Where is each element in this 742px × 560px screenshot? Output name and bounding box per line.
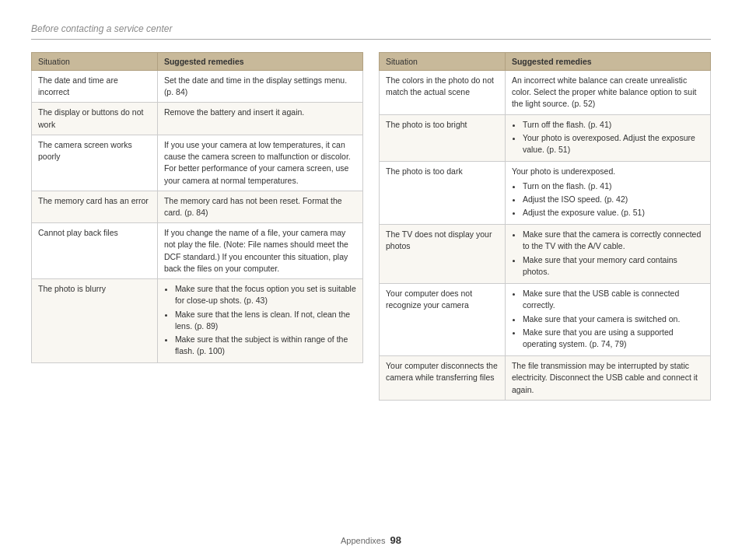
- situation-cell: The photo is blurry: [32, 279, 158, 363]
- list-item: Turn on the flash. (p. 41): [523, 180, 704, 192]
- page-container: Before contacting a service center Situa…: [0, 0, 742, 560]
- remedy-text: Set the date and time in the display set…: [164, 75, 347, 96]
- list-item: Make sure that the focus option you set …: [175, 283, 356, 306]
- list-item: Turn off the flash. (p. 41): [523, 119, 704, 131]
- situation-cell: The colors in the photo do not match the…: [380, 71, 506, 115]
- remedy-cell: Set the date and time in the display set…: [157, 71, 362, 103]
- list-item: Adjust the exposure value. (p. 51): [523, 207, 704, 219]
- table-row: The camera screen works poorlyIf you use…: [32, 135, 363, 191]
- table-row: The display or buttons do not workRemove…: [32, 103, 363, 135]
- left-col-remedies: Suggested remedies: [157, 53, 362, 71]
- remedy-cell: Make sure that the focus option you set …: [157, 279, 362, 363]
- table-row: The colors in the photo do not match the…: [380, 71, 711, 115]
- remedy-cell: Turn off the flash. (p. 41)Your photo is…: [505, 114, 710, 162]
- remedy-cell: If you change the name of a file, your c…: [157, 223, 362, 279]
- situation-cell: The camera screen works poorly: [32, 135, 158, 191]
- situation-cell: The photo is too bright: [380, 114, 506, 162]
- situation-cell: Your computer does not recognize your ca…: [380, 284, 506, 356]
- remedy-cell: An incorrect white balance can create un…: [505, 71, 710, 115]
- remedy-list: Turn off the flash. (p. 41)Your photo is…: [512, 119, 704, 156]
- list-item: Make sure that you are using a supported…: [523, 327, 704, 350]
- table-row: The memory card has an errorThe memory c…: [32, 191, 363, 222]
- table-row: The photo is blurryMake sure that the fo…: [32, 279, 363, 363]
- remedy-text: Your photo is underexposed.: [512, 166, 704, 177]
- right-table-section: Situation Suggested remedies The colors …: [379, 52, 711, 401]
- remedy-cell: The memory card has not been reset. Form…: [157, 191, 362, 222]
- situation-cell: Cannot play back files: [32, 223, 158, 279]
- remedy-text: Remove the battery and insert it again.: [164, 107, 304, 117]
- situation-cell: The display or buttons do not work: [32, 103, 158, 135]
- right-col-remedies: Suggested remedies: [505, 53, 710, 71]
- page-title: Before contacting a service center: [31, 23, 711, 40]
- left-table: Situation Suggested remedies The date an…: [31, 52, 363, 363]
- left-table-section: Situation Suggested remedies The date an…: [31, 52, 363, 363]
- remedy-cell: Make sure that the USB cable is connecte…: [505, 284, 710, 356]
- situation-cell: The TV does not display your photos: [380, 225, 506, 284]
- list-item: Make sure that the lens is clean. If not…: [175, 309, 356, 332]
- remedy-list: Make sure that the camera is correctly c…: [512, 229, 704, 278]
- footer: Appendixes 98: [0, 534, 742, 546]
- remedy-list: Make sure that the USB cable is connecte…: [512, 288, 704, 350]
- remedy-text: For better performance of your camera sc…: [164, 163, 349, 184]
- remedy-list: Make sure that the focus option you set …: [164, 283, 356, 357]
- tables-wrapper: Situation Suggested remedies The date an…: [31, 52, 711, 401]
- table-row: The photo is too darkYour photo is under…: [380, 162, 711, 225]
- table-row: Your computer does not recognize your ca…: [380, 284, 711, 356]
- remedy-cell: Your photo is underexposed.Turn on the f…: [505, 162, 710, 225]
- remedy-text: If you use your camera at low temperatur…: [164, 140, 351, 161]
- list-item: Make sure that the subject is within ran…: [175, 334, 356, 357]
- situation-cell: Your computer disconnects the camera whi…: [380, 356, 506, 401]
- table-row: Cannot play back filesIf you change the …: [32, 223, 363, 279]
- remedy-text: If you change the name of a file, your c…: [164, 228, 348, 273]
- list-item: Make sure that the USB cable is connecte…: [523, 288, 704, 311]
- list-item: Your photo is overexposed. Adjust the ex…: [523, 132, 704, 156]
- remedy-text: The memory card has not been reset. Form…: [164, 196, 342, 217]
- remedy-cell: Make sure that the camera is correctly c…: [505, 225, 710, 284]
- list-item: Make sure that your camera is switched o…: [523, 313, 704, 325]
- remedy-text: An incorrect white balance can create un…: [512, 75, 697, 108]
- remedy-text: The file transmission may be interrupted…: [512, 361, 698, 394]
- remedy-cell: The file transmission may be interrupted…: [505, 356, 710, 401]
- list-item: Adjust the ISO speed. (p. 42): [523, 194, 704, 205]
- table-row: The photo is too brightTurn off the flas…: [380, 114, 711, 162]
- table-row: The date and time are incorrectSet the d…: [32, 71, 363, 103]
- right-table: Situation Suggested remedies The colors …: [379, 52, 711, 401]
- list-item: Make sure that your memory card contains…: [523, 254, 704, 278]
- table-row: The TV does not display your photosMake …: [380, 225, 711, 284]
- table-row: Your computer disconnects the camera whi…: [380, 356, 711, 401]
- remedy-list: Turn on the flash. (p. 41)Adjust the ISO…: [512, 180, 704, 219]
- situation-cell: The photo is too dark: [380, 162, 506, 225]
- left-col-situation: Situation: [32, 53, 158, 71]
- remedy-cell: Remove the battery and insert it again.: [157, 103, 362, 135]
- situation-cell: The memory card has an error: [32, 191, 158, 222]
- footer-label: Appendixes: [341, 536, 386, 545]
- footer-number: 98: [390, 534, 401, 546]
- remedy-cell: If you use your camera at low temperatur…: [157, 135, 362, 191]
- list-item: Make sure that the camera is correctly c…: [523, 229, 704, 252]
- situation-cell: The date and time are incorrect: [32, 71, 158, 103]
- right-col-situation: Situation: [380, 53, 506, 71]
